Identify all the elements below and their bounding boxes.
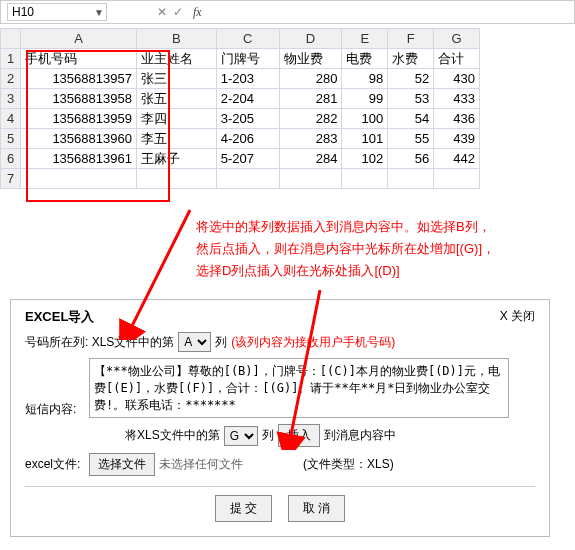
- cancel-button[interactable]: 取 消: [288, 495, 345, 522]
- file-label: excel文件:: [25, 456, 85, 473]
- cell[interactable]: 98: [342, 69, 388, 89]
- cell[interactable]: 门牌号: [216, 49, 279, 69]
- cell[interactable]: 102: [342, 149, 388, 169]
- cell[interactable]: 4-206: [216, 129, 279, 149]
- cell[interactable]: 13568813958: [21, 89, 137, 109]
- insert-label-tail: 到消息内容中: [324, 427, 396, 444]
- insert-button[interactable]: 插入: [278, 424, 320, 447]
- insert-column-select[interactable]: G: [224, 426, 258, 446]
- name-box[interactable]: H10 ▼: [7, 3, 107, 21]
- select-all-cell[interactable]: [1, 29, 21, 49]
- cell[interactable]: 李四: [136, 109, 216, 129]
- cell[interactable]: 13568813960: [21, 129, 137, 149]
- cell[interactable]: 284: [279, 149, 342, 169]
- cell-reference: H10: [12, 5, 34, 19]
- cell[interactable]: 283: [279, 129, 342, 149]
- confirm-icon[interactable]: ✓: [173, 5, 183, 19]
- annotation-text: 将选中的某列数据插入到消息内容中。如选择B列， 然后点插入，则在消息内容中光标所…: [196, 216, 556, 282]
- sms-content-label: 短信内容:: [25, 401, 85, 418]
- cell[interactable]: 1-203: [216, 69, 279, 89]
- cell[interactable]: 433: [434, 89, 480, 109]
- import-dialog: EXCEL导入 X 关闭 号码所在列: XLS文件中的第 A 列 (该列内容为接…: [10, 299, 550, 537]
- cell[interactable]: [21, 169, 137, 189]
- cell[interactable]: 53: [388, 89, 434, 109]
- cell[interactable]: [434, 169, 480, 189]
- cell[interactable]: [136, 169, 216, 189]
- col-A[interactable]: A: [21, 29, 137, 49]
- header-data-row: 1 手机号码 业主姓名 门牌号 物业费 电费 水费 合计: [1, 49, 480, 69]
- insert-label-pre: 将XLS文件中的第: [125, 427, 220, 444]
- table-row: 4 13568813959 李四 3-205 282 100 54 436: [1, 109, 480, 129]
- cell[interactable]: 5-207: [216, 149, 279, 169]
- row-head-4[interactable]: 4: [1, 109, 21, 129]
- cell[interactable]: 水费: [388, 49, 434, 69]
- cell[interactable]: 54: [388, 109, 434, 129]
- submit-button[interactable]: 提 交: [215, 495, 272, 522]
- cell[interactable]: 业主姓名: [136, 49, 216, 69]
- cell[interactable]: 100: [342, 109, 388, 129]
- cell[interactable]: 王麻子: [136, 149, 216, 169]
- cell[interactable]: 合计: [434, 49, 480, 69]
- cell[interactable]: 55: [388, 129, 434, 149]
- empty-row: 7: [1, 169, 480, 189]
- note-line: 然后点插入，则在消息内容中光标所在处增加[(G)]，: [196, 238, 556, 260]
- col-E[interactable]: E: [342, 29, 388, 49]
- row-head-1[interactable]: 1: [1, 49, 21, 69]
- row-head-3[interactable]: 3: [1, 89, 21, 109]
- fx-icon[interactable]: fx: [193, 5, 202, 20]
- row-head-2[interactable]: 2: [1, 69, 21, 89]
- col-C[interactable]: C: [216, 29, 279, 49]
- note-line: 将选中的某列数据插入到消息内容中。如选择B列，: [196, 216, 556, 238]
- cell[interactable]: 439: [434, 129, 480, 149]
- phone-col-label-pre: 号码所在列: XLS文件中的第: [25, 334, 174, 351]
- cell[interactable]: 436: [434, 109, 480, 129]
- cell[interactable]: [216, 169, 279, 189]
- col-B[interactable]: B: [136, 29, 216, 49]
- cell[interactable]: 56: [388, 149, 434, 169]
- cell[interactable]: 物业费: [279, 49, 342, 69]
- cell[interactable]: 2-204: [216, 89, 279, 109]
- cell[interactable]: 张五: [136, 89, 216, 109]
- insert-label-post: 列: [262, 427, 274, 444]
- column-header-row: A B C D E F G: [1, 29, 480, 49]
- cell[interactable]: 442: [434, 149, 480, 169]
- col-D[interactable]: D: [279, 29, 342, 49]
- cell[interactable]: 101: [342, 129, 388, 149]
- chevron-down-icon[interactable]: ▼: [94, 7, 104, 18]
- cell[interactable]: [342, 169, 388, 189]
- table-row: 3 13568813958 张五 2-204 281 99 53 433: [1, 89, 480, 109]
- table-row: 5 13568813960 李五 4-206 283 101 55 439: [1, 129, 480, 149]
- cell[interactable]: 李五: [136, 129, 216, 149]
- cancel-icon[interactable]: ✕: [157, 5, 167, 19]
- cell[interactable]: 张三: [136, 69, 216, 89]
- col-G[interactable]: G: [434, 29, 480, 49]
- table-row: 6 13568813961 王麻子 5-207 284 102 56 442: [1, 149, 480, 169]
- cell[interactable]: 280: [279, 69, 342, 89]
- cell[interactable]: 282: [279, 109, 342, 129]
- phone-column-select[interactable]: A: [178, 332, 211, 352]
- cell[interactable]: 电费: [342, 49, 388, 69]
- note-line: 选择D列点插入则在光标处插入[(D)]: [196, 260, 556, 282]
- cell[interactable]: [279, 169, 342, 189]
- cell[interactable]: [388, 169, 434, 189]
- row-head-6[interactable]: 6: [1, 149, 21, 169]
- close-button[interactable]: X 关闭: [500, 308, 535, 326]
- choose-file-button[interactable]: 选择文件: [89, 453, 155, 476]
- row-head-7[interactable]: 7: [1, 169, 21, 189]
- cell[interactable]: 99: [342, 89, 388, 109]
- phone-col-label-post: 列: [215, 334, 227, 351]
- cell[interactable]: 手机号码: [21, 49, 137, 69]
- cell[interactable]: 52: [388, 69, 434, 89]
- col-F[interactable]: F: [388, 29, 434, 49]
- cell[interactable]: 13568813959: [21, 109, 137, 129]
- sms-content-input[interactable]: 【***物业公司】尊敬的[(B)]，门牌号：[(C)]本月的物业费[(D)]元，…: [89, 358, 509, 418]
- cell[interactable]: 13568813961: [21, 149, 137, 169]
- dialog-title: EXCEL导入: [25, 308, 94, 326]
- phone-hint: (该列内容为接收用户手机号码): [231, 334, 395, 351]
- cell[interactable]: 430: [434, 69, 480, 89]
- cell[interactable]: 13568813957: [21, 69, 137, 89]
- cell[interactable]: 281: [279, 89, 342, 109]
- file-none-text: 未选择任何文件: [159, 456, 243, 473]
- row-head-5[interactable]: 5: [1, 129, 21, 149]
- cell[interactable]: 3-205: [216, 109, 279, 129]
